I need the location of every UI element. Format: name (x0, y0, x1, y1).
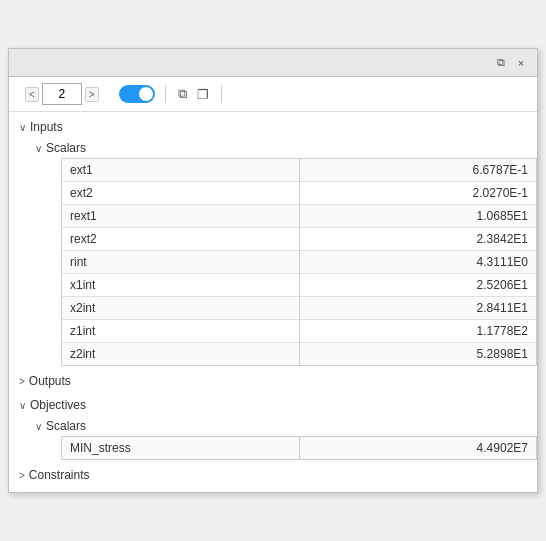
cell-name: rext2 (62, 228, 300, 251)
cell-value: 2.5206E1 (299, 274, 537, 297)
section-inputs: ∨Inputs∨Scalarsext16.6787E-1ext22.0270E-… (9, 116, 537, 366)
data-table-scalars-objectives: MIN_stress4.4902E7 (61, 436, 537, 460)
table-row: z1int1.1778E2 (62, 320, 537, 343)
section-constraints: >Constraints (9, 464, 537, 486)
cell-value: 1.0685E1 (299, 205, 537, 228)
header-icons: ⧉ × (493, 55, 529, 71)
cell-value: 2.8411E1 (299, 297, 537, 320)
table-row: MIN_stress4.4902E7 (62, 437, 537, 460)
chevron-outputs: > (19, 376, 25, 387)
table-row: rext11.0685E1 (62, 205, 537, 228)
section-outputs: >Outputs (9, 370, 537, 392)
paste-icon[interactable]: ❐ (195, 86, 211, 103)
cell-name: MIN_stress (62, 437, 300, 460)
chevron-sub-scalars-objectives: ∨ (35, 421, 42, 432)
cell-name: x2int (62, 297, 300, 320)
section-header-inputs[interactable]: ∨Inputs (9, 116, 537, 138)
separator1 (165, 85, 166, 103)
design-id-nav: < > (25, 83, 99, 105)
table-row: z2int5.2898E1 (62, 343, 537, 366)
cell-value: 4.4902E7 (299, 437, 537, 460)
copy-icon[interactable]: ⧉ (176, 85, 189, 103)
subsection-label-scalars-inputs: Scalars (46, 141, 86, 155)
cell-name: ext1 (62, 159, 300, 182)
subsection-label-scalars-objectives: Scalars (46, 419, 86, 433)
section-label-inputs: Inputs (30, 120, 63, 134)
prev-design-button[interactable]: < (25, 87, 39, 102)
chevron-sub-scalars-inputs: ∨ (35, 143, 42, 154)
expand-icon[interactable]: ⧉ (493, 55, 509, 71)
content-area: ∨Inputs∨Scalarsext16.6787E-1ext22.0270E-… (9, 112, 537, 492)
close-icon[interactable]: × (513, 55, 529, 71)
chevron-inputs: ∨ (19, 122, 26, 133)
section-label-constraints: Constraints (29, 468, 90, 482)
subsection-scalars-inputs: ∨Scalarsext16.6787E-1ext22.0270E-1rext11… (25, 138, 537, 366)
cell-name: x1int (62, 274, 300, 297)
separator2 (221, 85, 222, 103)
table-row: x1int2.5206E1 (62, 274, 537, 297)
cell-value: 6.6787E-1 (299, 159, 537, 182)
panel-header: ⧉ × (9, 49, 537, 77)
table-row: x2int2.8411E1 (62, 297, 537, 320)
cell-value: 1.1778E2 (299, 320, 537, 343)
subsection-scalars-objectives: ∨ScalarsMIN_stress4.4902E7 (25, 416, 537, 460)
table-row: rext22.3842E1 (62, 228, 537, 251)
subsection-header-scalars-objectives[interactable]: ∨Scalars (25, 416, 537, 436)
synchronize-toggle[interactable] (119, 85, 155, 103)
section-header-constraints[interactable]: >Constraints (9, 464, 537, 486)
cell-value: 2.3842E1 (299, 228, 537, 251)
next-design-button[interactable]: > (85, 87, 99, 102)
section-objectives: ∨Objectives∨ScalarsMIN_stress4.4902E7 (9, 394, 537, 460)
data-table-scalars-inputs: ext16.6787E-1ext22.0270E-1rext11.0685E1r… (61, 158, 537, 366)
section-label-objectives: Objectives (30, 398, 86, 412)
cell-value: 4.3111E0 (299, 251, 537, 274)
table-row: ext16.6787E-1 (62, 159, 537, 182)
chevron-objectives: ∨ (19, 400, 26, 411)
subsection-header-scalars-inputs[interactable]: ∨Scalars (25, 138, 537, 158)
toolbar: < > ⧉ ❐ (9, 77, 537, 112)
cell-value: 5.2898E1 (299, 343, 537, 366)
cell-name: rext1 (62, 205, 300, 228)
cell-value: 2.0270E-1 (299, 182, 537, 205)
chevron-constraints: > (19, 470, 25, 481)
table-row: ext22.0270E-1 (62, 182, 537, 205)
cell-name: rint (62, 251, 300, 274)
section-header-objectives[interactable]: ∨Objectives (9, 394, 537, 416)
table-row: rint4.3111E0 (62, 251, 537, 274)
design-id-input[interactable] (42, 83, 82, 105)
cell-name: z1int (62, 320, 300, 343)
section-label-outputs: Outputs (29, 374, 71, 388)
design-data-panel: ⧉ × < > ⧉ ❐ ∨Inputs∨Scalarsext16.6787E-1… (8, 48, 538, 493)
cell-name: z2int (62, 343, 300, 366)
cell-name: ext2 (62, 182, 300, 205)
section-header-outputs[interactable]: >Outputs (9, 370, 537, 392)
